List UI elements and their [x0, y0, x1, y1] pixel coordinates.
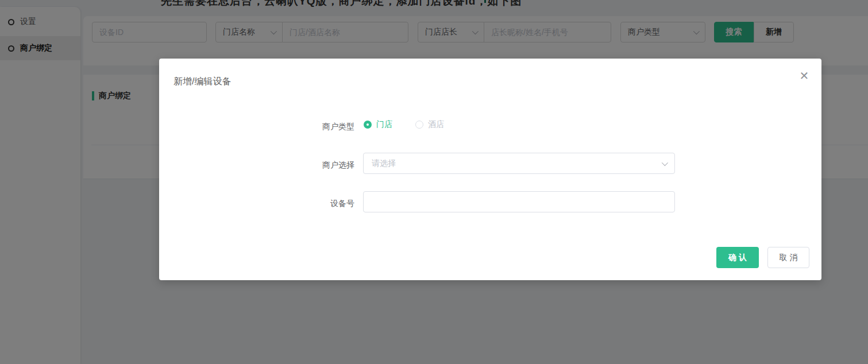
- merchant-select[interactable]: 请选择: [363, 153, 675, 174]
- radio-hotel[interactable]: 酒店: [415, 119, 444, 130]
- merchant-type-radio-group: 门店 酒店: [364, 119, 444, 130]
- confirm-button[interactable]: 确 认: [716, 247, 759, 268]
- merchant-select-label: 商户选择: [240, 160, 354, 171]
- cancel-button[interactable]: 取 消: [767, 247, 809, 268]
- device-no-input[interactable]: [363, 191, 675, 212]
- add-edit-device-dialog: 新增/编辑设备 ✕ 商户类型 门店 酒店 商户选择 请选择 设备号 确 认 取 …: [159, 59, 821, 280]
- radio-checked-icon: [364, 121, 372, 129]
- radio-unchecked-icon: [415, 121, 423, 129]
- radio-label: 门店: [376, 119, 392, 130]
- dialog-title: 新增/编辑设备: [173, 76, 231, 88]
- close-icon[interactable]: ✕: [796, 68, 812, 84]
- select-placeholder: 请选择: [372, 158, 396, 169]
- radio-label: 酒店: [428, 119, 444, 130]
- device-no-label: 设备号: [240, 199, 354, 209]
- chevron-down-icon: [662, 159, 668, 165]
- merchant-type-label: 商户类型: [240, 122, 354, 132]
- radio-store[interactable]: 门店: [364, 119, 392, 130]
